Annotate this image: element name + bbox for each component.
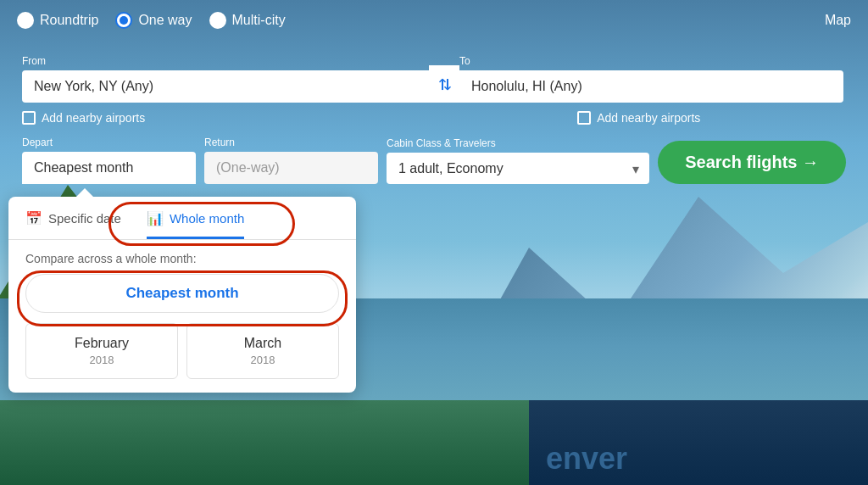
cabin-label: Cabin Class & Travelers [387,137,649,149]
multicity-radio[interactable] [209,12,226,29]
route-row: From ⇄ To [22,55,846,103]
month-options: February 2018 March 2018 [8,323,356,393]
cheapest-month-option[interactable]: Cheapest month [25,274,339,313]
from-input[interactable] [22,70,429,103]
action-row: Depart Return Cabin Class & Travelers 1 … [22,137,846,184]
bar-chart-icon: 📊 [147,210,164,226]
cheapest-option-wrapper: Cheapest month [8,274,356,323]
to-label: To [459,55,843,67]
march-name: March [199,336,326,351]
multicity-option[interactable]: Multi-city [209,12,286,29]
depart-input[interactable] [22,152,196,184]
map-button[interactable]: Map [825,13,851,28]
nearby-row: Add nearby airports Add nearby airports [22,111,846,125]
roundtrip-option[interactable]: Roundtrip [17,12,98,29]
header-bar: Roundtrip One way Multi-city Map [0,0,868,41]
from-label: From [22,55,429,67]
swap-icon: ⇄ [435,78,453,91]
february-name: February [38,336,165,351]
depart-label: Depart [22,137,196,148]
nearby-right[interactable]: Add nearby airports [577,111,700,125]
nearby-right-checkbox[interactable] [577,111,591,125]
february-card[interactable]: February 2018 [25,323,178,379]
to-group: To [459,55,843,103]
compare-text: Compare across a whole month: [8,240,356,274]
nearby-left-checkbox[interactable] [22,111,36,125]
oneway-label: One way [138,13,192,28]
oneway-radio[interactable] [115,12,132,29]
return-input[interactable] [204,152,378,184]
cabin-select[interactable]: 1 adult, Economy [387,153,649,184]
return-label: Return [204,137,378,148]
from-group: From [22,55,429,103]
march-card[interactable]: March 2018 [186,323,339,379]
specific-date-tab[interactable]: 📅 Specific date [25,210,121,239]
swap-button[interactable]: ⇄ [429,65,459,103]
nearby-right-label: Add nearby airports [597,111,700,125]
february-year: 2018 [38,354,165,366]
depart-group: Depart [22,137,196,184]
return-group: Return [204,137,378,184]
city-silhouette [529,400,868,485]
whole-month-label: Whole month [170,211,244,226]
oneway-option[interactable]: One way [115,12,192,29]
specific-date-label: Specific date [48,211,121,226]
search-panel: From ⇄ To Add nearby airports Add nearby… [8,47,860,198]
whole-month-tab[interactable]: 📊 Whole month [147,210,244,239]
cabin-select-wrapper: 1 adult, Economy [387,153,649,184]
date-picker-dropdown: 📅 Specific date 📊 Whole month Compare ac… [8,197,356,393]
cabin-group: Cabin Class & Travelers 1 adult, Economy [387,137,649,184]
to-input[interactable] [459,70,843,103]
roundtrip-label: Roundtrip [40,13,98,28]
search-button[interactable]: Search flights → [658,141,846,184]
calendar-icon: 📅 [25,210,42,226]
roundtrip-radio[interactable] [17,12,34,29]
date-picker-tabs: 📅 Specific date 📊 Whole month [8,197,356,239]
nearby-left-label: Add nearby airports [42,111,145,125]
nearby-left[interactable]: Add nearby airports [22,111,145,125]
trip-type-group: Roundtrip One way Multi-city [17,12,286,29]
march-year: 2018 [199,354,326,366]
multicity-label: Multi-city [232,13,286,28]
